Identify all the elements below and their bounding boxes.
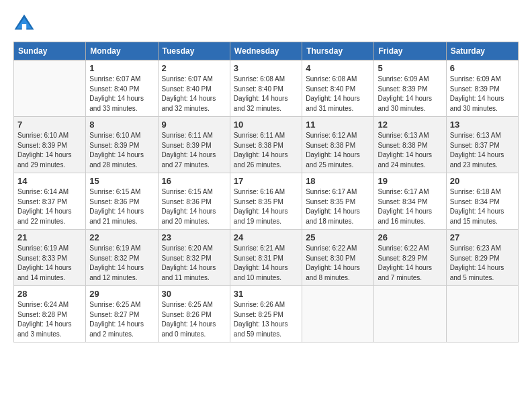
day-info: Sunrise: 6:09 AM Sunset: 8:39 PM Dayligh… [450,75,515,113]
calendar-header-saturday: Saturday [446,42,518,60]
calendar-header-row: SundayMondayTuesdayWednesdayThursdayFrid… [14,42,519,60]
calendar-day-cell: 15Sunrise: 6:15 AM Sunset: 8:36 PM Dayli… [86,173,158,230]
calendar-day-cell [446,286,518,342]
day-number: 8 [89,120,154,130]
calendar-day-cell: 4Sunrise: 6:08 AM Sunset: 8:40 PM Daylig… [302,60,374,117]
day-info: Sunrise: 6:24 AM Sunset: 8:28 PM Dayligh… [17,300,82,339]
day-number: 28 [17,289,82,299]
day-number: 10 [234,120,298,130]
calendar-week-row: 7Sunrise: 6:10 AM Sunset: 8:39 PM Daylig… [14,117,519,173]
calendar-day-cell: 30Sunrise: 6:25 AM Sunset: 8:26 PM Dayli… [158,286,230,342]
calendar-week-row: 28Sunrise: 6:24 AM Sunset: 8:28 PM Dayli… [14,286,519,342]
calendar-day-cell: 22Sunrise: 6:19 AM Sunset: 8:32 PM Dayli… [86,230,158,286]
day-number: 4 [306,63,370,73]
calendar-week-row: 21Sunrise: 6:19 AM Sunset: 8:33 PM Dayli… [14,230,519,286]
day-info: Sunrise: 6:08 AM Sunset: 8:40 PM Dayligh… [234,75,298,113]
calendar-day-cell [374,286,446,342]
day-info: Sunrise: 6:07 AM Sunset: 8:40 PM Dayligh… [89,75,154,113]
calendar-day-cell: 23Sunrise: 6:20 AM Sunset: 8:32 PM Dayli… [158,230,230,286]
day-number: 25 [306,232,370,242]
calendar-day-cell: 25Sunrise: 6:22 AM Sunset: 8:30 PM Dayli… [302,230,374,286]
day-info: Sunrise: 6:17 AM Sunset: 8:34 PM Dayligh… [378,187,442,226]
calendar-header-wednesday: Wednesday [230,42,302,60]
day-info: Sunrise: 6:07 AM Sunset: 8:40 PM Dayligh… [162,75,226,113]
calendar-header-monday: Monday [86,42,158,60]
calendar-header-tuesday: Tuesday [158,42,230,60]
day-info: Sunrise: 6:15 AM Sunset: 8:36 PM Dayligh… [162,187,226,226]
day-info: Sunrise: 6:14 AM Sunset: 8:37 PM Dayligh… [17,187,82,226]
calendar-day-cell: 16Sunrise: 6:15 AM Sunset: 8:36 PM Dayli… [158,173,230,230]
day-number: 1 [89,63,154,73]
day-info: Sunrise: 6:18 AM Sunset: 8:34 PM Dayligh… [450,187,515,226]
calendar-day-cell: 5Sunrise: 6:09 AM Sunset: 8:39 PM Daylig… [374,60,446,117]
calendar-day-cell: 19Sunrise: 6:17 AM Sunset: 8:34 PM Dayli… [374,173,446,230]
day-number: 11 [306,120,370,130]
day-number: 17 [234,176,298,186]
day-info: Sunrise: 6:13 AM Sunset: 8:37 PM Dayligh… [450,131,515,170]
day-number: 3 [234,63,298,73]
day-number: 21 [17,232,82,242]
day-number: 19 [378,176,442,186]
page-header [13,13,519,35]
day-info: Sunrise: 6:25 AM Sunset: 8:27 PM Dayligh… [89,300,154,339]
logo [13,13,38,35]
day-number: 18 [306,176,370,186]
day-info: Sunrise: 6:09 AM Sunset: 8:39 PM Dayligh… [378,75,442,113]
day-info: Sunrise: 6:11 AM Sunset: 8:38 PM Dayligh… [234,131,298,170]
calendar-day-cell: 3Sunrise: 6:08 AM Sunset: 8:40 PM Daylig… [230,60,302,117]
calendar-header-friday: Friday [374,42,446,60]
day-info: Sunrise: 6:15 AM Sunset: 8:36 PM Dayligh… [89,187,154,226]
calendar-day-cell: 29Sunrise: 6:25 AM Sunset: 8:27 PM Dayli… [86,286,158,342]
day-number: 31 [234,289,298,299]
day-info: Sunrise: 6:23 AM Sunset: 8:29 PM Dayligh… [450,244,515,283]
calendar-day-cell: 13Sunrise: 6:13 AM Sunset: 8:37 PM Dayli… [446,117,518,173]
day-number: 13 [450,120,515,130]
day-info: Sunrise: 6:12 AM Sunset: 8:38 PM Dayligh… [306,131,370,170]
calendar-day-cell [302,286,374,342]
calendar-header-sunday: Sunday [14,42,86,60]
day-number: 15 [89,176,154,186]
calendar-day-cell: 2Sunrise: 6:07 AM Sunset: 8:40 PM Daylig… [158,60,230,117]
svg-rect-2 [22,24,26,30]
calendar-day-cell: 17Sunrise: 6:16 AM Sunset: 8:35 PM Dayli… [230,173,302,230]
day-info: Sunrise: 6:22 AM Sunset: 8:30 PM Dayligh… [306,244,370,283]
calendar-week-row: 1Sunrise: 6:07 AM Sunset: 8:40 PM Daylig… [14,60,519,117]
day-number: 9 [162,120,226,130]
day-number: 12 [378,120,442,130]
calendar-table: SundayMondayTuesdayWednesdayThursdayFrid… [13,42,519,342]
calendar-day-cell: 21Sunrise: 6:19 AM Sunset: 8:33 PM Dayli… [14,230,86,286]
day-info: Sunrise: 6:13 AM Sunset: 8:38 PM Dayligh… [378,131,442,170]
calendar-day-cell: 1Sunrise: 6:07 AM Sunset: 8:40 PM Daylig… [86,60,158,117]
day-number: 16 [162,176,226,186]
calendar-day-cell: 14Sunrise: 6:14 AM Sunset: 8:37 PM Dayli… [14,173,86,230]
day-number: 26 [378,232,442,242]
calendar-day-cell: 26Sunrise: 6:22 AM Sunset: 8:29 PM Dayli… [374,230,446,286]
day-number: 29 [89,289,154,299]
calendar-day-cell: 20Sunrise: 6:18 AM Sunset: 8:34 PM Dayli… [446,173,518,230]
calendar-day-cell: 18Sunrise: 6:17 AM Sunset: 8:35 PM Dayli… [302,173,374,230]
calendar-day-cell: 28Sunrise: 6:24 AM Sunset: 8:28 PM Dayli… [14,286,86,342]
day-info: Sunrise: 6:21 AM Sunset: 8:31 PM Dayligh… [234,244,298,283]
day-number: 5 [378,63,442,73]
day-info: Sunrise: 6:17 AM Sunset: 8:35 PM Dayligh… [306,187,370,226]
calendar-day-cell: 31Sunrise: 6:26 AM Sunset: 8:25 PM Dayli… [230,286,302,342]
day-info: Sunrise: 6:25 AM Sunset: 8:26 PM Dayligh… [162,300,226,339]
calendar-day-cell: 12Sunrise: 6:13 AM Sunset: 8:38 PM Dayli… [374,117,446,173]
logo-icon [13,13,35,35]
day-number: 7 [17,120,82,130]
day-info: Sunrise: 6:11 AM Sunset: 8:39 PM Dayligh… [162,131,226,170]
calendar-day-cell [14,60,86,117]
day-info: Sunrise: 6:20 AM Sunset: 8:32 PM Dayligh… [162,244,226,283]
calendar-day-cell: 10Sunrise: 6:11 AM Sunset: 8:38 PM Dayli… [230,117,302,173]
day-number: 22 [89,232,154,242]
day-info: Sunrise: 6:10 AM Sunset: 8:39 PM Dayligh… [89,131,154,170]
day-info: Sunrise: 6:16 AM Sunset: 8:35 PM Dayligh… [234,187,298,226]
day-number: 2 [162,63,226,73]
day-info: Sunrise: 6:22 AM Sunset: 8:29 PM Dayligh… [378,244,442,283]
calendar-header-thursday: Thursday [302,42,374,60]
day-info: Sunrise: 6:19 AM Sunset: 8:33 PM Dayligh… [17,244,82,283]
calendar-day-cell: 11Sunrise: 6:12 AM Sunset: 8:38 PM Dayli… [302,117,374,173]
day-info: Sunrise: 6:26 AM Sunset: 8:25 PM Dayligh… [234,300,298,339]
calendar-day-cell: 8Sunrise: 6:10 AM Sunset: 8:39 PM Daylig… [86,117,158,173]
calendar-week-row: 14Sunrise: 6:14 AM Sunset: 8:37 PM Dayli… [14,173,519,230]
